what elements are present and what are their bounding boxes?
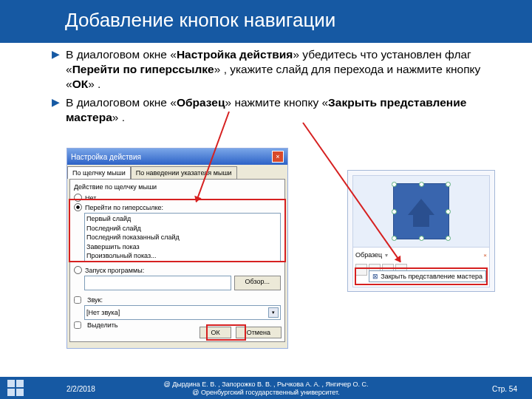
home-icon: [408, 199, 434, 215]
highlight-checkbox[interactable]: [74, 321, 81, 329]
combo-item[interactable]: Произвольный показ...: [86, 252, 279, 259]
bullet-text: В диалоговом окне «Образец» нажмите кноп…: [66, 95, 502, 125]
tab-on-hover[interactable]: По наведении указателя мыши: [131, 166, 237, 179]
combo-item[interactable]: Последний показанный слайд: [86, 233, 279, 241]
footer-page: Стр. 54: [492, 385, 517, 393]
radio-program[interactable]: [74, 266, 82, 274]
checkbox-label: Звук:: [87, 296, 103, 304]
radio-label: Нет: [85, 194, 96, 202]
dialog-titlebar: Настройка действия ×: [67, 149, 287, 165]
bullet-icon: ▶: [52, 49, 60, 59]
master-toolbar: Образец ▾ ×: [353, 248, 489, 262]
combo-value: [Нет звука]: [86, 309, 120, 316]
combo-item[interactable]: Завершить показ: [86, 243, 279, 250]
radio-label: Перейти по гиперссылке:: [85, 204, 163, 211]
ok-button[interactable]: ОК: [200, 327, 231, 338]
master-view-figure: Образец ▾ × ⊠ Закрыть представление маст…: [347, 170, 495, 292]
bullet-text: В диалоговом окне «Настройка действия» у…: [66, 47, 502, 91]
close-icon[interactable]: ×: [272, 151, 284, 163]
toolbar-label: Образец: [355, 251, 382, 259]
radio-hyperlink[interactable]: [74, 203, 82, 211]
slide-title: Добавление кнопок навигации: [65, 9, 335, 32]
highlight-box: ⊠ Закрыть представление мастера: [355, 267, 488, 285]
hyperlink-combo[interactable]: Первый слайд Последний слайд Последний п…: [84, 213, 281, 262]
dialog-title-text: Настройка действия: [71, 153, 141, 161]
bullet-list: ▶ В диалоговом окне «Настройка действия»…: [52, 47, 502, 129]
action-settings-dialog: Настройка действия × По щелчку мыши По н…: [66, 148, 288, 349]
chevron-down-icon[interactable]: ▾: [385, 252, 388, 259]
combo-item[interactable]: Последний слайд: [86, 225, 279, 232]
radio-none[interactable]: [74, 194, 82, 202]
checkbox-label: Выделить: [87, 321, 118, 329]
footer-credit: @ Дырдина Е. В. , Запорожко В. В. , Рычк…: [0, 381, 532, 397]
cancel-button[interactable]: Отмена: [236, 327, 282, 338]
program-field[interactable]: [84, 276, 231, 290]
chevron-down-icon[interactable]: ▾: [268, 307, 279, 318]
section-label: Действие по щелчку мыши: [74, 183, 281, 191]
bullet-item: ▶ В диалоговом окне «Настройка действия»…: [52, 47, 502, 91]
button-label: Закрыть представление мастера: [381, 273, 482, 280]
close-master-view-button[interactable]: ⊠ Закрыть представление мастера: [369, 270, 486, 282]
bullet-icon: ▶: [52, 97, 60, 107]
browse-button[interactable]: Обзор...: [234, 276, 282, 290]
radio-label: Запуск программы:: [85, 267, 144, 274]
bullet-item: ▶ В диалоговом окне «Образец» нажмите кн…: [52, 95, 502, 125]
tab-on-click[interactable]: По щелчку мыши: [67, 166, 131, 179]
navigation-action-button[interactable]: [393, 183, 449, 239]
sound-combo[interactable]: [Нет звука]▾: [84, 305, 281, 320]
close-icon: ⊠: [372, 273, 378, 280]
sound-checkbox[interactable]: [74, 296, 81, 304]
combo-item[interactable]: Первый слайд: [86, 215, 279, 222]
close-icon[interactable]: ×: [483, 252, 487, 259]
